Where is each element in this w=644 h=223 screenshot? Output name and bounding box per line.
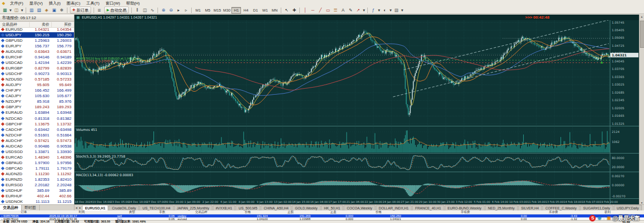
mw-row-audnzd[interactable]: AUDNZD1.112301.11292 xyxy=(0,171,74,177)
orders-col-7[interactable]: 止盈 xyxy=(312,210,355,214)
profiles-dropdown-icon[interactable]: ▾ xyxy=(20,7,24,13)
strategy-tester-icon[interactable]: ✱ xyxy=(58,7,65,13)
menu-window[interactable]: 窗口(W) xyxy=(103,0,123,7)
fibonacci-icon[interactable]: ☰ xyxy=(332,7,339,13)
orders-col-6[interactable]: 止损 xyxy=(269,210,312,214)
tabs-scroll-right-icon[interactable]: ▸ xyxy=(78,206,83,210)
mw-row-cadchf[interactable]: CADCHF0.634420.63498 xyxy=(0,127,74,132)
mw-row-eurchf[interactable]: EURCHF0.941460.94189 xyxy=(0,54,74,60)
arrows-dropdown-icon[interactable]: ▾ xyxy=(362,7,366,13)
chart-bars-icon[interactable]: ‖ xyxy=(133,7,141,13)
tabs-scroll-left-icon[interactable]: ◂ xyxy=(74,206,78,210)
profiles-icon[interactable]: ◫ xyxy=(13,7,20,13)
trendline-icon[interactable]: ╱ xyxy=(316,7,324,13)
mw-row-eurusd[interactable]: EURUSD1.043211.04354 xyxy=(0,27,74,32)
orders-col-0[interactable]: 订单 xyxy=(0,210,48,214)
zoom-out-icon[interactable]: ⊖ xyxy=(167,7,175,13)
mw-row-usdchf[interactable]: USDCHF0.902730.90313 xyxy=(0,71,74,77)
mw-row-usdjpy[interactable]: USDJPY150.215150.250 xyxy=(0,32,74,38)
mw-row-cadjpy[interactable]: CADJPY105.630105.677 xyxy=(0,93,74,99)
timeframe-d1[interactable]: D1 xyxy=(251,7,260,14)
orders-col-2[interactable]: 类型 xyxy=(116,210,148,214)
mw-row-nzdchf[interactable]: NZDCHF0.516010.51664 xyxy=(0,132,74,138)
mw-row-euraud[interactable]: EURAUD1.638941.63948 xyxy=(0,110,74,115)
timeframe-mn[interactable]: MN xyxy=(270,7,279,14)
chart-candles-icon[interactable]: ◫ xyxy=(141,7,148,13)
terminal-icon[interactable]: ▣ xyxy=(50,7,58,13)
orders-col-9[interactable]: 手续费 xyxy=(403,210,528,214)
new-chart-dropdown-icon[interactable]: ▾ xyxy=(9,7,13,13)
mw-row-eurhuf[interactable]: EURHUF402.44402.66 xyxy=(0,193,74,199)
metaeditor-icon[interactable]: ≣ xyxy=(96,7,103,13)
navigator-icon[interactable]: ◈ xyxy=(43,7,50,13)
mw-row-eursgd[interactable]: EURSGD2.201822.20248 xyxy=(0,182,74,188)
mw-row-gbpcad[interactable]: GBPCAD1.791111.79179 xyxy=(0,166,74,171)
mw-row-audcad[interactable]: AUDCAD0.904860.90538 xyxy=(0,143,74,149)
mw-row-usdnok[interactable]: USDNOK11.111311.1215 xyxy=(0,199,74,204)
orders-col-1[interactable]: 时间 xyxy=(48,210,116,214)
data-window-icon[interactable]: ▤ xyxy=(35,7,43,13)
new-order-button[interactable]: ✚新订单 xyxy=(70,7,91,14)
orders-col-3[interactable]: 手数 xyxy=(148,210,176,214)
timeframe-h4[interactable]: H4 xyxy=(241,7,251,14)
col-bid[interactable]: 卖价 xyxy=(29,22,51,27)
text-icon[interactable]: A xyxy=(339,7,347,13)
orders-col-5[interactable]: 价格 xyxy=(226,210,269,214)
chart-scrollbar[interactable]: ▴ ▾ xyxy=(639,15,644,204)
menu-view[interactable]: 显示(V) xyxy=(26,0,46,7)
timeframe-m15[interactable]: M15 xyxy=(212,7,222,14)
mw-row-nzdusd[interactable]: NZDUSD0.571850.57233 xyxy=(0,77,74,82)
periods-dropdown-icon[interactable]: ▾ xyxy=(388,7,392,13)
mw-row-gbpjpy[interactable]: GBPJPY189.243189.293 xyxy=(0,104,74,110)
menu-tools[interactable]: 工具(T) xyxy=(84,0,103,7)
cursor-icon[interactable]: ↖ xyxy=(283,7,290,13)
mw-row-nzdjpy[interactable]: NZDJPY85.91885.976 xyxy=(0,99,74,104)
indicators-dropdown-icon[interactable]: ▾ xyxy=(377,7,381,13)
crosshair-icon[interactable]: ✚ xyxy=(290,7,298,13)
arrows-icon[interactable]: ↗ xyxy=(354,7,362,13)
timeframe-h1[interactable]: H1 xyxy=(231,7,241,14)
zoom-in-icon[interactable]: ⊕ xyxy=(159,7,167,13)
auto-scroll-icon[interactable]: ▸ xyxy=(175,7,182,13)
mw-row-eurnzd[interactable]: EURNZD1.823531.82410 xyxy=(0,177,74,182)
mw-row-gbpusd[interactable]: GBPUSD1.259631.26003 xyxy=(0,38,74,43)
mw-row-eurjpy[interactable]: EURJPY156.737156.779 xyxy=(0,43,74,49)
periods-icon[interactable]: ◐ xyxy=(381,7,388,13)
mw-row-usdsgd[interactable]: USDSGD1.338711.33930 xyxy=(0,149,74,155)
timeframe-m5[interactable]: M5 xyxy=(203,7,212,14)
timeframe-m1[interactable]: M1 xyxy=(193,7,203,14)
timeframe-w1[interactable]: W1 xyxy=(260,7,270,14)
indicators-icon[interactable]: ƒ xyxy=(369,7,377,13)
mw-row-usdcad[interactable]: USDCAD1.421941.42239 xyxy=(0,60,74,65)
mw-row-usdhuf[interactable]: USDHUF385.69385.89 xyxy=(0,188,74,193)
mw-row-nzdcad[interactable]: NZDCAD0.813180.81382 xyxy=(0,116,74,121)
menu-insert[interactable]: 插入(I) xyxy=(46,0,64,7)
market-watch-icon[interactable]: ▥ xyxy=(28,7,35,13)
mw-row-audusd[interactable]: AUDUSD0.636430.63671 xyxy=(0,49,74,54)
scrollbar-thumb[interactable] xyxy=(640,21,644,48)
templates-icon[interactable]: ▨ xyxy=(392,7,400,13)
scroll-down-icon[interactable]: ▾ xyxy=(639,201,644,204)
chart-shift-icon[interactable]: ▹ xyxy=(182,7,190,13)
orders-col-10[interactable]: 库存费 xyxy=(528,210,579,214)
mw-row-audjpy[interactable]: AUDJPY95.60595.649 xyxy=(0,82,74,88)
col-symbol[interactable]: 交易品种 xyxy=(0,22,29,27)
mw-row-audchf[interactable]: AUDCHF0.574210.57473 xyxy=(0,138,74,143)
chart-line-icon[interactable]: ∿ xyxy=(148,7,156,13)
orders-col-4[interactable]: 交易品种 xyxy=(176,210,226,214)
mw-row-eurgbp[interactable]: EURGBP0.827990.82839 xyxy=(0,65,74,71)
templates-dropdown-icon[interactable]: ▾ xyxy=(400,7,404,13)
mw-row-gbpchf[interactable]: GBPCHF1.136751.13732 xyxy=(0,121,74,127)
mw-row-gbpaud[interactable]: GBPAUD1.979001.97956 xyxy=(0,160,74,166)
menu-file[interactable]: 文件(F) xyxy=(7,0,26,7)
vertical-line-icon[interactable]: │ xyxy=(301,7,309,13)
new-chart-icon[interactable]: ▦ xyxy=(1,7,9,13)
menu-help[interactable]: 帮助(H) xyxy=(123,0,143,7)
col-ask[interactable]: 买价 xyxy=(51,22,73,27)
orders-col-8[interactable]: 价格 xyxy=(355,210,403,214)
mw-row-chfjpy[interactable]: CHFJPY166.452166.499 xyxy=(0,88,74,93)
text-label-icon[interactable]: ✎ xyxy=(347,7,354,13)
autotrade-button[interactable]: ▶自动交易 xyxy=(104,7,129,14)
horizontal-line-icon[interactable]: ─ xyxy=(309,7,316,13)
price-chart-canvas[interactable]: #648578110 buy 0.06 EURUSD at 1.04100#64… xyxy=(74,20,639,204)
